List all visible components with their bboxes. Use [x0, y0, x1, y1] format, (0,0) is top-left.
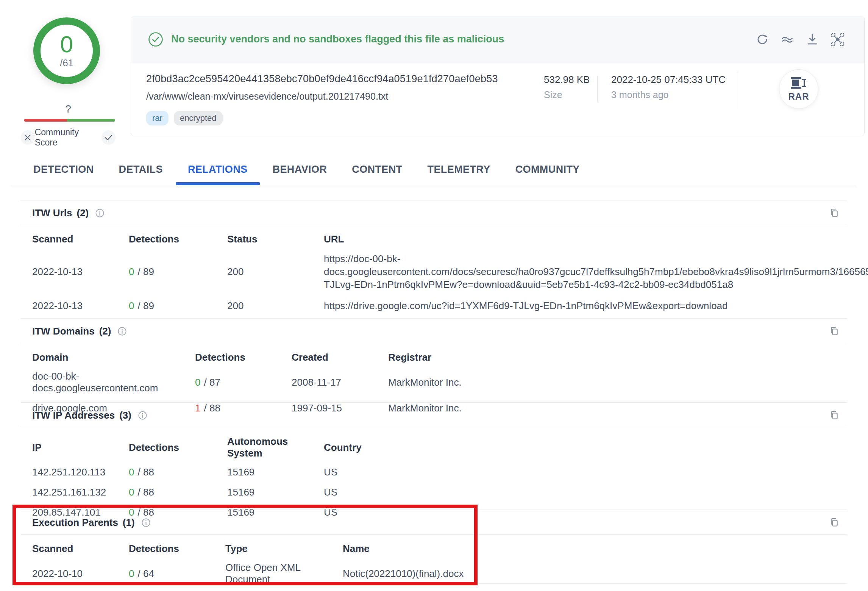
- detections-cell: 0/ 88: [129, 486, 227, 498]
- file-details: 2f0bd3ac2ce595420e441358ebc70b0ef9de416c…: [131, 63, 864, 125]
- column-header: Status: [227, 233, 324, 245]
- domain-link[interactable]: doc-00-bk-docs.googleusercontent.com: [32, 371, 195, 394]
- scanned-cell: 2022-10-13: [32, 266, 129, 278]
- parent-file-link[interactable]: Notic(20221010)(final).docx: [343, 568, 836, 580]
- created-cell: 2008-11-17: [292, 377, 388, 388]
- filetype-label: RAR: [788, 91, 809, 102]
- column-header: Detections: [129, 233, 227, 245]
- tab-relations[interactable]: RELATIONS: [188, 164, 248, 185]
- vote-down-button[interactable]: [21, 130, 35, 145]
- url-link[interactable]: https://drive.google.com/uc?id=1YXMF6d9-…: [324, 299, 836, 312]
- verdict-banner: No security vendors and no sandboxes fla…: [131, 16, 864, 63]
- detection-score-value: 0: [60, 33, 73, 56]
- column-header: Name: [343, 543, 836, 555]
- section-header: ITW Urls (2): [21, 200, 847, 225]
- column-header: Created: [292, 352, 388, 363]
- copy-icon[interactable]: [828, 516, 840, 528]
- file-summary-card: No security vendors and no sandboxes fla…: [131, 16, 865, 136]
- asn-cell: 15169: [227, 486, 324, 498]
- filetype-cell: Office Open XML Document: [225, 562, 343, 585]
- vote-up-button[interactable]: [101, 130, 116, 145]
- check-icon: [103, 132, 114, 143]
- section-header: ITW IP Addresses (3): [21, 403, 847, 427]
- copy-icon[interactable]: [828, 207, 840, 219]
- table-header-row: Scanned Detections Type Name: [21, 535, 847, 558]
- section-title: Execution Parents: [32, 517, 118, 528]
- table-row: 2022-10-13 0/ 89 200 https://doc-00-bk-d…: [21, 248, 847, 295]
- info-icon[interactable]: [141, 518, 151, 528]
- info-icon[interactable]: [95, 208, 105, 218]
- tag-encrypted[interactable]: encrypted: [174, 111, 223, 125]
- file-size-label: Size: [544, 89, 590, 100]
- registrar-cell: MarkMonitor Inc.: [388, 377, 836, 388]
- column-header: IP: [32, 442, 129, 453]
- ip-link[interactable]: 142.251.120.113: [32, 466, 129, 478]
- detections-cell: 0/ 89: [129, 300, 227, 312]
- column-header: Domain: [32, 352, 195, 363]
- info-icon[interactable]: [117, 326, 127, 336]
- status-cell: 200: [227, 266, 324, 278]
- section-title: ITW Domains: [32, 325, 95, 337]
- tag-rar[interactable]: rar: [146, 111, 169, 125]
- file-date-block: 2022-10-25 07:45:33 UTC 3 months ago: [611, 74, 726, 100]
- tab-detection[interactable]: DETECTION: [33, 164, 94, 185]
- rar-file-icon: [790, 76, 808, 90]
- copy-icon[interactable]: [828, 325, 840, 337]
- column-header: Autonomous System: [227, 436, 324, 459]
- tab-bar: DETECTION DETAILS RELATIONS BEHAVIOR CON…: [33, 164, 580, 185]
- tab-content[interactable]: CONTENT: [352, 164, 402, 185]
- detection-score-circle: 0 /61: [33, 17, 100, 84]
- file-size-block: 532.98 KB Size: [544, 74, 590, 100]
- detections-cell: 0/ 64: [129, 568, 225, 580]
- url-link[interactable]: https://doc-00-bk-docs.googleusercontent…: [324, 252, 868, 291]
- vertical-divider: [597, 75, 598, 102]
- vertical-divider: [737, 71, 737, 109]
- column-header: Registrar: [388, 352, 836, 363]
- column-header: Country: [324, 442, 836, 453]
- table-row: 2022-10-13 0/ 89 200 https://drive.googl…: [21, 295, 847, 316]
- community-score-label: Community Score: [35, 127, 102, 148]
- status-cell: 200: [227, 300, 324, 312]
- section-execution-parents: Execution Parents (1) Scanned Detections…: [21, 510, 847, 589]
- section-count: (3): [119, 410, 131, 421]
- section-itw-ip-addresses: ITW IP Addresses (3) IP Detections Auton…: [21, 402, 847, 522]
- community-score-bar: [24, 119, 115, 122]
- score-bar-green-segment: [67, 119, 115, 122]
- tab-behavior[interactable]: BEHAVIOR: [273, 164, 327, 185]
- filetype-badge: RAR: [779, 69, 818, 109]
- check-circle-icon: [148, 31, 164, 47]
- file-name: /var/www/clean-mx/virusesevidence/output…: [146, 91, 864, 102]
- graph-icon[interactable]: [830, 32, 845, 47]
- section-title: ITW IP Addresses: [32, 410, 115, 421]
- community-score-row: Community Score: [21, 127, 116, 148]
- country-cell: US: [324, 486, 836, 498]
- table-row: 2022-10-10 0/ 64 Office Open XML Documen…: [21, 558, 847, 589]
- similar-icon[interactable]: [780, 32, 795, 47]
- scanned-cell: 2022-10-10: [32, 568, 129, 580]
- section-header: Execution Parents (1): [21, 510, 847, 535]
- detections-cell: 0/ 87: [195, 377, 292, 388]
- scanned-cell: 2022-10-13: [32, 300, 129, 312]
- tab-details[interactable]: DETAILS: [119, 164, 163, 185]
- section-divider: [21, 583, 847, 584]
- table-row: 142.251.120.113 0/ 88 15169 US: [21, 462, 847, 482]
- ip-link[interactable]: 142.251.161.132: [32, 486, 129, 498]
- score-bar-red-segment: [24, 119, 67, 122]
- column-header: URL: [324, 233, 836, 245]
- reanalyze-icon[interactable]: [755, 32, 770, 47]
- file-size-value: 532.98 KB: [544, 74, 590, 86]
- file-hash[interactable]: 2f0bd3ac2ce595420e441358ebc70b0ef9de416c…: [146, 73, 864, 85]
- last-analysis-age: 3 months ago: [611, 89, 726, 100]
- download-icon[interactable]: [805, 32, 820, 47]
- file-tags: rar encrypted: [146, 111, 864, 125]
- tab-divider: [11, 186, 857, 186]
- info-icon[interactable]: [137, 410, 148, 421]
- section-itw-urls: ITW Urls (2) Scanned Detections Status U…: [21, 200, 847, 316]
- last-analysis-date: 2022-10-25 07:45:33 UTC: [611, 74, 726, 86]
- copy-icon[interactable]: [828, 409, 840, 421]
- community-score-hint: ?: [21, 103, 116, 115]
- tab-community[interactable]: COMMUNITY: [515, 164, 580, 185]
- section-count: (2): [76, 207, 89, 219]
- table-header-row: Scanned Detections Status URL: [21, 225, 847, 248]
- tab-telemetry[interactable]: TELEMETRY: [428, 164, 490, 185]
